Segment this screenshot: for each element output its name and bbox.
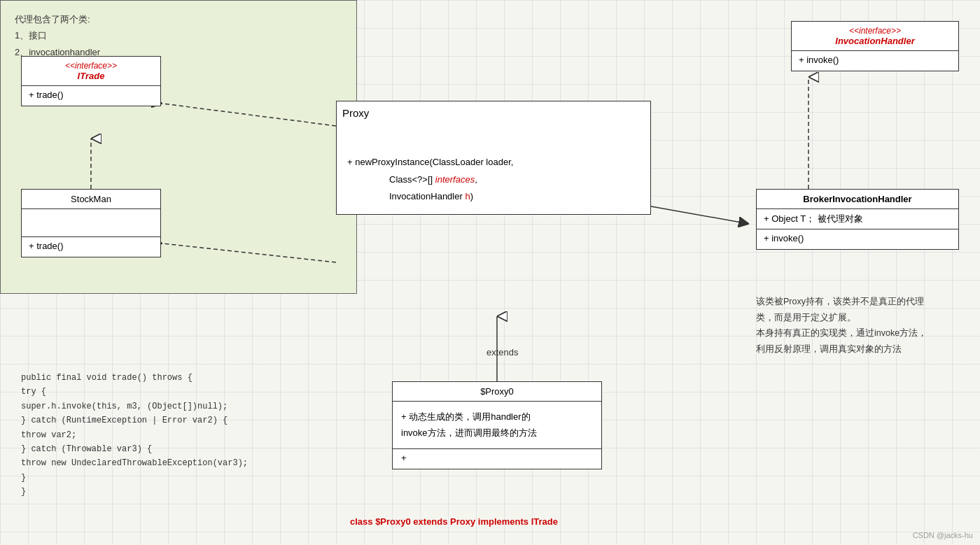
invocation-interface-label: <<interface>> — [799, 26, 951, 36]
broker-field: + Object T； 被代理对象 — [757, 209, 958, 229]
itrade-method: + trade() — [22, 86, 160, 106]
code-line-1: public final void trade() throws { — [21, 371, 248, 385]
code-line-4: } catch (RuntimeException | Error var2) … — [21, 413, 248, 427]
proxy0-desc: + 动态生成的类，调用handler的 invoke方法，进而调用最终的方法 — [393, 402, 601, 449]
invocation-header: <<interface>> InvocationHandler — [792, 22, 958, 51]
proxy-inner-name: Proxy — [342, 107, 369, 119]
broker-desc-line4: 利用反射原理，调用真实对象的方法 — [756, 341, 959, 358]
broker-box: BrokerInvocationHandler + Object T； 被代理对… — [756, 189, 959, 250]
code-line-8: } — [21, 471, 248, 485]
code-line-2: try { — [21, 385, 248, 399]
proxy0-desc-line1: + 动态生成的类，调用handler的 — [401, 409, 593, 425]
proxy-method-line3: InvocationHandler h) — [347, 188, 640, 206]
invocation-method: + invoke() — [792, 51, 958, 71]
svg-line-3 — [651, 206, 749, 224]
proxy-note-line1: 代理包含了两个类: — [15, 11, 342, 27]
proxy-inner-header: Proxy — [337, 101, 650, 125]
stockman-box: StockMan + trade() — [21, 189, 161, 257]
watermark: CSDN @jacks-hu — [913, 531, 973, 539]
proxy0-header: $Proxy0 — [393, 382, 601, 402]
proxy0-box: $Proxy0 + 动态生成的类，调用handler的 invoke方法，进而调… — [392, 381, 602, 469]
stockman-name: StockMan — [29, 194, 153, 204]
code-line-3: super.h.invoke(this, m3, (Object[])null)… — [21, 399, 248, 413]
broker-header: BrokerInvocationHandler — [757, 190, 958, 209]
invocation-name: InvocationHandler — [799, 36, 951, 46]
stockman-method: + trade() — [22, 237, 160, 257]
code-block: public final void trade() throws { try {… — [21, 371, 248, 500]
proxy0-plus: + — [393, 449, 601, 469]
proxy-method-line2: Class<?>[] interfaces, — [347, 171, 640, 189]
broker-method: + invoke() — [757, 229, 958, 249]
code-line-5: throw var2; — [21, 428, 248, 442]
proxy0-desc-line2: invoke方法，进而调用最终的方法 — [401, 425, 593, 441]
proxy-method-line1: + newProxyInstance(ClassLoader loader, — [347, 154, 640, 171]
class-declaration: class $Proxy0 extends Proxy implements I… — [350, 516, 558, 527]
broker-desc-line2: 类，而是用于定义扩展。 — [756, 310, 959, 326]
code-line-9: } — [21, 485, 248, 499]
code-line-6: } catch (Throwable var3) { — [21, 442, 248, 456]
proxy-inner-empty — [337, 125, 650, 146]
extends-label: extends — [486, 347, 519, 358]
itrade-box: <<interface>> ITrade + trade() — [21, 56, 161, 106]
stockman-empty-section — [22, 209, 160, 237]
invocation-handler-box: <<interface>> InvocationHandler + invoke… — [791, 21, 959, 71]
broker-desc-line1: 该类被Proxy持有，该类并不是真正的代理 — [756, 294, 959, 310]
itrade-name: ITrade — [29, 71, 153, 81]
stockman-header: StockMan — [22, 190, 160, 209]
itrade-header: <<interface>> ITrade — [22, 57, 160, 86]
broker-description: 该类被Proxy持有，该类并不是真正的代理 类，而是用于定义扩展。 本身持有真正… — [756, 294, 959, 357]
proxy0-name: $Proxy0 — [480, 386, 514, 397]
broker-name: BrokerInvocationHandler — [803, 194, 911, 204]
code-line-7: throw new UndeclaredThrowableException(v… — [21, 456, 248, 470]
proxy-inner-method: + newProxyInstance(ClassLoader loader, C… — [337, 146, 650, 214]
proxy-note-line2: 1、接口 — [15, 27, 342, 43]
itrade-interface-label: <<interface>> — [29, 61, 153, 71]
proxy-inner-box: Proxy + newProxyInstance(ClassLoader loa… — [336, 101, 651, 215]
broker-desc-line3: 本身持有真正的实现类，通过invoke方法， — [756, 325, 959, 341]
